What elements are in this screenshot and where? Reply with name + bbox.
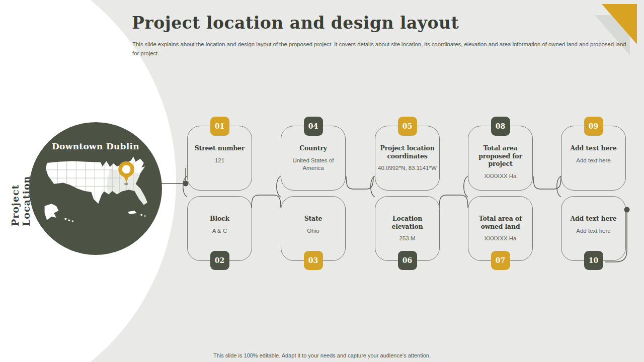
card-value: 253 M — [377, 235, 438, 242]
card-value: XXXXXX Ha — [470, 172, 531, 180]
card-number-badge: 10 — [584, 251, 603, 270]
card-number-badge: 01 — [210, 117, 229, 136]
card-number-badge: 07 — [491, 251, 510, 270]
card-number-badge: 05 — [398, 117, 417, 136]
card-value: United States of America — [283, 157, 344, 172]
card-number-badge: 04 — [304, 117, 323, 136]
card-value: Ohio — [283, 227, 344, 235]
card-title: Total area of owned land — [470, 215, 531, 230]
card-number-badge: 09 — [584, 117, 603, 136]
card-title: Block — [189, 215, 250, 223]
card-number-badge: 06 — [398, 251, 417, 270]
card-value: Add text here — [563, 157, 624, 164]
info-card[interactable]: 03 State Ohio — [281, 196, 346, 261]
card-title: Add text here — [563, 144, 624, 152]
info-card[interactable]: 06 Location elevation 253 M — [375, 196, 440, 261]
card-title: State — [283, 215, 344, 223]
usa-map — [42, 152, 159, 225]
card-value: 40.0992*N, 83.1141*W — [377, 164, 438, 172]
card-title: Street number — [189, 144, 250, 152]
card-number-badge: 02 — [210, 251, 229, 270]
info-card[interactable]: 07 Total area of owned land XXXXXX Ha — [468, 196, 533, 261]
side-label: Project Location — [12, 134, 29, 226]
footer-note: This slide is 100% editable. Adapt it to… — [0, 352, 644, 358]
info-card[interactable]: 08 Total area proposed for project XXXXX… — [468, 126, 533, 191]
card-number-badge: 08 — [491, 117, 510, 136]
hawaii-islands — [64, 218, 73, 222]
page-title: Project location and design layout — [132, 13, 459, 33]
alaska-shape — [45, 204, 59, 220]
info-card[interactable]: 04 Country United States of America — [281, 126, 346, 191]
info-card[interactable]: 05 Project location coordinates 40.0992*… — [375, 126, 440, 191]
slide-canvas: Project location and design layout This … — [0, 0, 644, 362]
card-title: Country — [283, 144, 344, 152]
card-title: Location elevation — [377, 215, 438, 230]
info-card[interactable]: 10 Add text here Add text here — [561, 196, 626, 261]
location-map-circle: Downtown Dublin — [29, 122, 162, 255]
card-title: Total area proposed for project — [470, 144, 531, 168]
card-value: A & C — [189, 227, 250, 235]
info-card[interactable]: 02 Block A & C — [187, 196, 252, 261]
info-card[interactable]: 09 Add text here Add text here — [561, 126, 626, 191]
card-number-badge: 03 — [304, 251, 323, 270]
caribbean-islands — [127, 211, 145, 217]
info-card[interactable]: 01 Street number 121 — [187, 126, 252, 191]
slide-subtitle: This slide explains about the location a… — [132, 40, 628, 58]
map-location-label: Downtown Dublin — [29, 141, 162, 151]
card-value: XXXXXX Ha — [470, 235, 531, 242]
card-title: Add text here — [563, 215, 624, 223]
card-value: Add text here — [563, 227, 624, 235]
card-title: Project location coordinates — [377, 144, 438, 160]
card-value: 121 — [189, 157, 250, 164]
